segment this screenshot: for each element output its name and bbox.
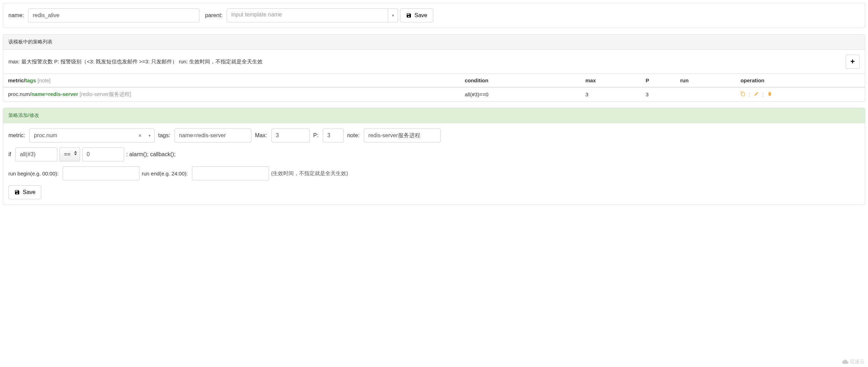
name-label: name: — [8, 12, 24, 19]
strategy-table: metric/tags [note] condition max P run o… — [3, 74, 865, 101]
save-button[interactable]: Save — [400, 8, 433, 22]
copy-icon[interactable] — [740, 91, 747, 97]
col-condition: condition — [460, 74, 581, 88]
if-label: if — [8, 151, 11, 158]
run-begin-input[interactable] — [63, 166, 140, 180]
strategy-list-panel: 该模板中的策略列表 max: 最大报警次数 P: 报警级别（<3: 既发短信也发… — [3, 34, 865, 102]
chevron-down-icon[interactable]: ▼ — [145, 129, 155, 143]
table-header-row: metric/tags [note] condition max P run o… — [3, 74, 865, 88]
separator: ¦ — [749, 91, 750, 97]
p-label: P: — [313, 132, 319, 139]
edit-icon[interactable] — [754, 91, 760, 97]
col-metric: metric/tags [note] — [3, 74, 460, 88]
form-row-1: metric: × ▼ tags: Max: P: note: — [8, 129, 860, 143]
note-label: note: — [347, 132, 360, 139]
col-operation: operation — [735, 74, 865, 88]
strategy-list-title: 该模板中的策略列表 — [3, 35, 865, 50]
form-save-button[interactable]: Save — [8, 185, 41, 199]
save-icon — [14, 189, 20, 195]
strategy-list-description: max: 最大报警次数 P: 报警级别（<3: 既发短信也发邮件 >=3: 只发… — [8, 58, 263, 65]
operator-select[interactable]: == — [59, 147, 80, 161]
max-label: Max: — [255, 132, 267, 139]
chevron-down-icon[interactable]: ▼ — [388, 8, 398, 22]
metric-combo[interactable]: × ▼ — [29, 129, 155, 143]
strategy-form-body: metric: × ▼ tags: Max: P: note: if == : … — [3, 123, 865, 205]
form-row-3: run begin(e.g. 00:00): run end(e.g. 24:0… — [8, 166, 860, 180]
alarm-text: : alarm(); callback(); — [126, 151, 176, 158]
save-icon — [406, 13, 412, 18]
p-input[interactable] — [323, 129, 344, 143]
delete-icon[interactable] — [767, 91, 772, 97]
template-header-row: name: parent: input template name ▼ Save — [3, 3, 865, 28]
run-end-input[interactable] — [192, 166, 269, 180]
add-strategy-button[interactable]: + — [846, 55, 860, 69]
template-header-panel: name: parent: input template name ▼ Save — [3, 3, 865, 28]
run-end-label: run end(e.g. 24:00): — [142, 171, 188, 176]
run-begin-label: run begin(e.g. 00:00): — [8, 171, 58, 176]
max-input[interactable] — [271, 129, 310, 143]
cell-p: 3 — [641, 87, 675, 101]
threshold-input[interactable] — [82, 147, 124, 161]
parent-select[interactable]: input template name ▼ — [227, 8, 398, 22]
separator: ¦ — [762, 91, 764, 97]
col-run: run — [675, 74, 735, 88]
func-input[interactable] — [15, 147, 57, 161]
clear-icon[interactable]: × — [138, 133, 141, 138]
tags-input[interactable] — [175, 129, 251, 143]
note-input[interactable] — [364, 129, 441, 143]
form-save-button-label: Save — [23, 189, 35, 195]
cell-metric: proc.num/name=redis-server [redis-server… — [3, 87, 460, 101]
cell-operation: ¦ ¦ — [735, 87, 865, 101]
cell-max: 3 — [581, 87, 641, 101]
strategy-list-desc-row: max: 最大报警次数 P: 报警级别（<3: 既发短信也发邮件 >=3: 只发… — [3, 50, 865, 74]
save-button-label: Save — [414, 12, 427, 19]
cell-condition: all(#3)==0 — [460, 87, 581, 101]
run-hint: (生效时间，不指定就是全天生效) — [271, 170, 348, 177]
parent-label: parent: — [205, 12, 222, 19]
name-input[interactable] — [28, 8, 199, 22]
form-row-4: Save — [8, 185, 860, 199]
col-p: P — [641, 74, 675, 88]
cell-run — [675, 87, 735, 101]
table-row: proc.num/name=redis-server [redis-server… — [3, 87, 865, 101]
tags-label: tags: — [158, 132, 170, 139]
strategy-form-title: 策略添加/修改 — [3, 108, 865, 123]
metric-label: metric: — [8, 132, 25, 139]
form-row-2: if == : alarm(); callback(); — [8, 147, 860, 161]
metric-input[interactable] — [29, 129, 148, 143]
strategy-form-panel: 策略添加/修改 metric: × ▼ tags: Max: P: note: … — [3, 108, 865, 205]
parent-placeholder: input template name — [227, 8, 388, 22]
operator-value: == — [64, 151, 71, 158]
col-max: max — [581, 74, 641, 88]
